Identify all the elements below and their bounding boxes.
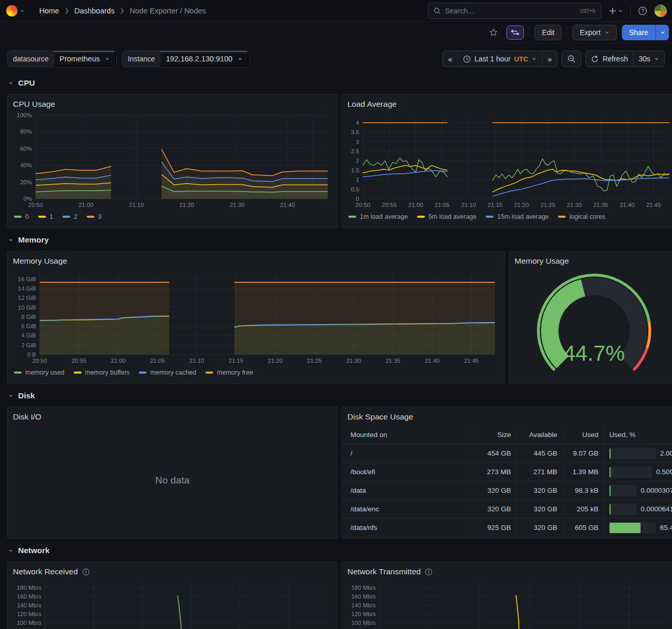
svg-text:0%: 0% [23,196,32,202]
column-header-used[interactable]: Used [563,426,604,444]
panel-header[interactable]: Disk I/O [8,407,337,423]
question-circle-icon: ? [638,6,647,15]
column-header-used-pct[interactable]: Used, % [603,426,672,444]
panel-header[interactable]: Memory Usage [509,251,672,267]
legend-color-chip [417,216,425,218]
table-row: /data320 GB320 GB98.3 kB0.0000307 [342,481,672,500]
cell-used: 1.39 MB [563,463,604,481]
used-pct-value: 0.0000641 [641,505,672,513]
svg-text:6 GiB: 6 GiB [21,323,36,329]
table-row: /data/nfs925 GB320 GB605 GB65.4 [342,519,672,537]
time-shift-forward-button[interactable]: » [542,51,557,67]
panel-header[interactable]: Network Received [8,562,337,577]
refresh-icon [591,55,599,63]
info-icon[interactable] [82,568,90,576]
panel-title: Memory Usage [515,256,569,266]
column-header-mounted-on[interactable]: Mounted on [342,426,472,444]
chevron-down-icon [618,8,623,13]
section-header-network[interactable]: Network [8,544,672,557]
time-shift-back-button[interactable]: « [443,51,457,67]
export-button[interactable]: Export [572,25,616,40]
svg-text:160 Mb/s: 160 Mb/s [17,593,42,600]
legend-color-chip [348,216,356,218]
panel-title: Disk Space Usage [347,412,413,422]
svg-text:21:40: 21:40 [280,202,295,208]
panel-header[interactable]: Memory Usage [8,251,504,267]
zoom-out-button[interactable] [562,51,581,67]
bar-fill [610,504,611,514]
time-range-picker[interactable]: Last 1 hour UTC [457,51,542,67]
section-header-disk[interactable]: Disk [8,389,672,402]
shared-dashboard-toggle[interactable] [506,25,524,40]
column-header-available[interactable]: Available [516,426,563,444]
svg-text:140 Mb/s: 140 Mb/s [351,602,376,608]
legend-color-chip [14,372,22,374]
datasource-picker[interactable]: Prometheus [54,51,116,67]
svg-text:21:30: 21:30 [567,202,582,208]
info-icon[interactable] [425,568,433,576]
breadcrumb-dashboards[interactable]: Dashboards [74,7,115,15]
chevron-down-icon [660,30,665,35]
legend-item[interactable]: 15m load average [486,213,549,220]
panel-cpu-usage: CPU Usage 20:5021:0021:1021:2021:3021:40… [7,94,338,228]
legend-item[interactable]: 3 [87,213,102,220]
svg-text:2 GiB: 2 GiB [21,342,36,348]
legend-item[interactable]: memory free [205,369,253,376]
legend-item[interactable]: memory used [14,369,65,376]
help-button[interactable]: ? [636,4,649,18]
bar-fill [610,486,611,496]
chevron-down-icon [8,393,13,398]
chevron-down-icon [8,237,13,243]
svg-text:2.5: 2.5 [351,148,359,154]
section-header-memory[interactable]: Memory [8,233,672,247]
svg-text:10 GiB: 10 GiB [18,304,36,311]
panel-load-average: Load Average 20:5020:5521:0021:0521:1021… [342,94,672,228]
legend-item[interactable]: memory buffers [74,369,130,376]
svg-text:160 Mb/s: 160 Mb/s [351,593,376,600]
legend-item[interactable]: 2 [62,213,77,220]
panel-header[interactable]: CPU Usage [8,94,337,110]
section-header-cpu[interactable]: CPU [8,76,672,90]
search-box[interactable]: ctrl+k [428,3,601,19]
legend-item[interactable]: memory cached [139,369,196,376]
share-button[interactable]: Share [622,25,655,40]
refresh-interval-picker[interactable]: 30s [633,51,664,67]
cell-used-pct: 0.0000641 [603,500,672,518]
cpu-usage-chart[interactable]: 20:5021:0021:1021:2021:3021:400%20%40%60… [12,111,333,210]
search-input[interactable] [445,7,576,15]
svg-text:21:20: 21:20 [268,358,283,364]
legend-color-chip [14,216,22,218]
panel-title: Memory Usage [13,256,67,266]
column-header-size[interactable]: Size [472,426,516,444]
network-transmitted-chart[interactable]: 100 Mb/s120 Mb/s140 Mb/s160 Mb/s180 Mb/s [346,578,672,629]
svg-text:120 Mb/s: 120 Mb/s [17,611,42,617]
breadcrumb-home[interactable]: Home [39,7,59,15]
add-new-button[interactable] [606,5,625,17]
svg-text:21:40: 21:40 [425,358,440,364]
user-avatar[interactable] [654,5,667,17]
legend-item[interactable]: 1m load average [348,213,408,220]
controls-row: datasource Prometheus Instance 192.168.2… [0,43,672,69]
legend-item[interactable]: 1 [38,213,53,220]
share-options-button[interactable] [655,25,669,40]
panel-header[interactable]: Load Average [342,94,672,110]
network-received-chart[interactable]: 100 Mb/s120 Mb/s140 Mb/s160 Mb/s180 Mb/s [12,578,333,629]
panel-header[interactable]: Disk Space Usage [342,407,672,423]
memory-usage-chart[interactable]: 20:5020:5521:0021:0521:1021:1521:2021:25… [12,268,500,366]
instance-picker[interactable]: 192.168.2.130:9100 [160,51,249,67]
memory-usage-gauge[interactable]: 44.7% [509,267,672,372]
edit-button[interactable]: Edit [535,25,562,40]
star-dashboard-button[interactable] [486,25,501,40]
legend-item[interactable]: 0 [14,213,29,220]
chart-legend: memory usedmemory buffersmemory cachedme… [8,366,504,376]
panel-header[interactable]: Network Transmitted [342,562,672,577]
legend-item[interactable]: 5m load average [417,213,476,220]
clock-icon [463,55,471,63]
refresh-button[interactable]: Refresh [586,51,633,67]
svg-text:8 GiB: 8 GiB [21,314,36,320]
used-pct-value: 0.0000307 [641,487,672,494]
refresh-label: Refresh [602,55,628,63]
legend-item[interactable]: logical cores [558,213,605,220]
grafana-logo-button[interactable] [6,5,25,17]
load-average-chart[interactable]: 20:5020:5521:0021:0521:1021:1521:2021:25… [346,111,672,210]
